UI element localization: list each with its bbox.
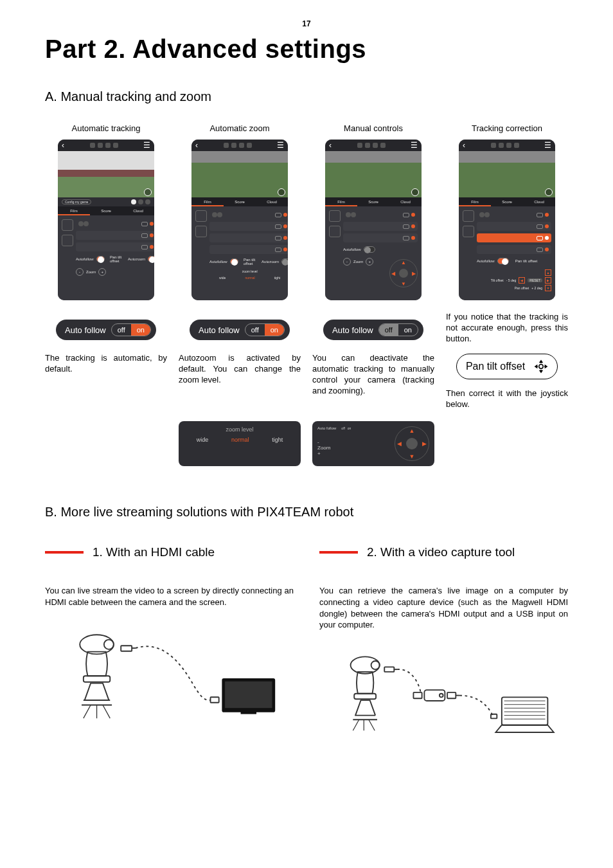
arrow-right-icon[interactable]: ▶	[545, 277, 551, 284]
autofollow-toggle[interactable]	[364, 246, 375, 253]
svg-rect-12	[384, 667, 394, 672]
autozoom-toggle[interactable]	[148, 256, 154, 262]
zoom-minus[interactable]: -	[76, 268, 84, 276]
b-col-capture: You can retrieve the camera's live image…	[319, 585, 568, 752]
tab-film[interactable]: Film	[459, 197, 491, 206]
arrow-up-icon[interactable]: ▲	[545, 269, 551, 276]
svg-point-10	[371, 661, 380, 669]
pill-toggle[interactable]: offon	[245, 323, 285, 336]
autofollow-toggle[interactable]	[96, 256, 105, 262]
col-auto-zoom: Automatic zoom ‹☰ FilmScoreCloud Autofol…	[179, 123, 301, 410]
zoom-plus[interactable]: +	[98, 268, 106, 276]
zoom-wide[interactable]: wide	[219, 276, 226, 280]
menu-icon[interactable]: ☰	[143, 141, 150, 150]
pantilt-label: Pan tilt offset	[515, 259, 538, 263]
zoom-plus[interactable]: +	[366, 258, 373, 266]
autofollow-toggle[interactable]	[230, 258, 238, 265]
autozoom-label: Autozoom	[262, 260, 279, 264]
arrow-left-icon[interactable]: ◀	[519, 277, 525, 284]
back-icon[interactable]: ‹	[329, 141, 332, 150]
tab-score[interactable]: Score	[90, 206, 122, 215]
tab-score[interactable]: Score	[357, 197, 389, 206]
zoomlevel-label: zoom level	[185, 426, 294, 433]
pantilt-label: Pan tilt offset	[244, 258, 259, 266]
zoom-plus[interactable]: +	[317, 451, 389, 457]
tab-cloud[interactable]: Cloud	[256, 197, 288, 206]
autofollow-pill: Auto follow offon	[56, 320, 156, 340]
pan-offset-label: Pan offset	[515, 286, 529, 290]
lock-icon[interactable]	[329, 226, 341, 237]
svg-rect-5	[211, 697, 219, 702]
zoom-label: Zoom	[353, 260, 363, 264]
zoom-minus[interactable]: -	[317, 439, 389, 445]
af-label: Auto follow	[317, 426, 336, 430]
pill-label: Auto follow	[65, 325, 106, 335]
subhead-text: 1. With an HDMI cable	[93, 545, 215, 559]
menu-icon[interactable]: ☰	[277, 141, 284, 150]
pill-toggle[interactable]: offon	[111, 323, 151, 336]
lower-detail-row: zoom level wide normal tight Auto follow…	[45, 421, 568, 466]
back-icon[interactable]: ‹	[463, 141, 465, 150]
pan-offset-value: + 2 deg	[531, 286, 542, 290]
b-col-hdmi: You can live stream the video to a scree…	[45, 585, 294, 752]
menu-icon[interactable]: ☰	[544, 141, 551, 150]
zoom-wide[interactable]: wide	[197, 437, 209, 443]
device-icon[interactable]	[195, 210, 207, 222]
tab-film[interactable]: Film	[325, 197, 357, 206]
zoomlevel-label: zoom level	[209, 269, 288, 273]
tab-film[interactable]: Film	[191, 197, 224, 206]
config-chip[interactable]: Config my game	[62, 199, 91, 204]
pantilt-label: Pan tilt offset	[110, 255, 125, 263]
pill-toggle[interactable]: offon	[378, 323, 418, 336]
autofollow-label: Autofollow	[209, 260, 227, 264]
autofollow-label: Autofollow	[343, 248, 361, 251]
autozoom-toggle[interactable]	[281, 258, 288, 265]
svg-rect-13	[413, 692, 422, 698]
tab-score[interactable]: Score	[491, 197, 523, 206]
subhead-text: 2. With a video capture tool	[367, 545, 515, 559]
diagram-capture	[319, 650, 568, 753]
joystick-icon	[534, 359, 548, 374]
zoom-tight[interactable]: tight	[274, 276, 280, 280]
tab-cloud[interactable]: Cloud	[122, 206, 154, 215]
zoom-minus[interactable]: -	[343, 258, 351, 266]
lock-icon[interactable]	[195, 226, 207, 237]
reset-button[interactable]: RESET	[528, 278, 542, 282]
svg-point-0	[539, 364, 543, 368]
pan-tilt-offset-button[interactable]: Pan tilt offset	[456, 354, 558, 379]
svg-rect-11	[354, 693, 376, 698]
app-screenshot-correction: ‹☰ FilmScoreCloud AutofollowPan tilt off…	[459, 140, 555, 300]
col-desc: Autozoom is activated by default. You ca…	[179, 353, 301, 386]
manual-control-box: Auto follow offon -Zoom+ ▲▼◀▶	[312, 421, 434, 466]
svg-rect-3	[84, 676, 110, 682]
zoom-normal[interactable]: normal	[245, 276, 254, 280]
device-icon[interactable]	[463, 210, 474, 222]
menu-icon[interactable]: ☰	[411, 141, 418, 150]
lock-icon[interactable]	[62, 235, 73, 246]
zoom-normal[interactable]: normal	[231, 437, 249, 443]
col-desc-2: Then correct it with the joystick below.	[446, 388, 568, 410]
joystick[interactable]: ▲▼◀▶	[389, 259, 418, 287]
back-icon[interactable]: ‹	[195, 141, 198, 150]
tab-cloud[interactable]: Cloud	[523, 197, 555, 206]
arrow-down-icon[interactable]: ▼	[545, 285, 551, 291]
svg-point-2	[104, 639, 114, 649]
device-icon[interactable]	[62, 219, 73, 231]
red-underline-icon	[319, 551, 358, 554]
back-icon[interactable]: ‹	[62, 141, 64, 150]
tab-score[interactable]: Score	[224, 197, 256, 206]
device-icon[interactable]	[329, 210, 341, 222]
tab-film[interactable]: Film	[58, 206, 90, 215]
section-a-heading: A. Manual tracking and zoom	[45, 89, 568, 104]
zoom-tight[interactable]: tight	[272, 437, 283, 443]
autofollow-label: Autofollow	[477, 259, 495, 263]
col-manual: Manual controls ‹☰ FilmScoreCloud Autofo…	[312, 123, 434, 410]
lock-icon[interactable]	[463, 226, 474, 237]
subhead-capture: 2. With a video capture tool	[319, 545, 568, 559]
autofollow-toggle[interactable]	[497, 258, 509, 264]
autofollow-pill: Auto follow offon	[190, 320, 290, 340]
joystick[interactable]: ▲▼◀▶	[395, 426, 429, 461]
pill-label: Auto follow	[332, 325, 373, 335]
app-screenshot-zoom: ‹☰ FilmScoreCloud AutofollowPan tilt off…	[191, 140, 288, 300]
tab-cloud[interactable]: Cloud	[389, 197, 422, 206]
